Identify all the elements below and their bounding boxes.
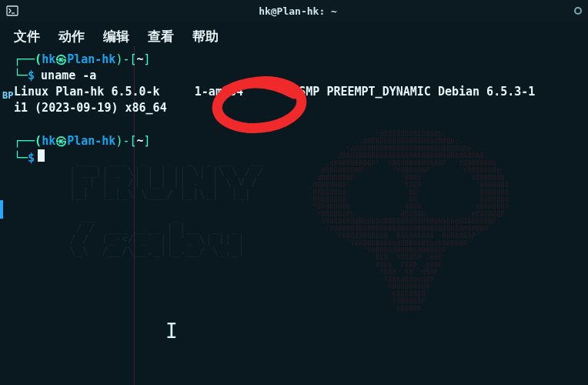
titlebar: hk@Plan-hk: ~	[0, 0, 588, 22]
menu-view[interactable]: 查看	[148, 28, 174, 45]
prompt-host: Plan-hk	[67, 52, 115, 68]
menu-edit[interactable]: 编辑	[103, 28, 129, 45]
close-window-icon[interactable]	[574, 7, 582, 15]
text-cursor	[38, 149, 45, 162]
command-text: uname -a	[41, 68, 96, 84]
prompt-cwd: ~	[137, 52, 144, 68]
terminal-icon	[6, 5, 18, 17]
window-title: hk@Plan-hk: ~	[28, 5, 568, 17]
menu-help[interactable]: 帮助	[192, 28, 219, 45]
active-command-line[interactable]: └─$	[14, 149, 574, 166]
ascii-banner-bg: ___ ___ _ _ _ _ __ __ | __|| _ \| | | ||…	[69, 154, 270, 256]
command-line: └─$uname -a	[14, 68, 574, 84]
left-edge-indicator	[0, 200, 3, 219]
output-line-2: i1 (2023-09-19) x86_64	[14, 100, 574, 116]
prompt-user: hk	[42, 52, 55, 68]
ibeam-cursor-icon: I	[165, 320, 178, 343]
ascii-skull-bg: .:d8888888888888b:. .:d88888888888888888…	[288, 131, 580, 377]
prompt-line-2: ┌──(hk㉿Plan-hk)-[~]	[14, 133, 574, 149]
svg-rect-0	[7, 6, 18, 15]
menu-actions[interactable]: 动作	[58, 28, 85, 45]
output-line-1: Linux Plan-hk 6.5.0-k 1-amd64 SMP PREEMP…	[14, 84, 574, 100]
prompt-line-1: ┌──(hk㉿Plan-hk)-[~]	[14, 52, 574, 68]
terminal-area[interactable]: ┌──(hk㉿Plan-hk)-[~] └─$uname -a Linux Pl…	[0, 52, 588, 166]
menu-file[interactable]: 文件	[14, 28, 40, 45]
menu-bar: 文件 动作 编辑 查看 帮助	[0, 22, 588, 52]
